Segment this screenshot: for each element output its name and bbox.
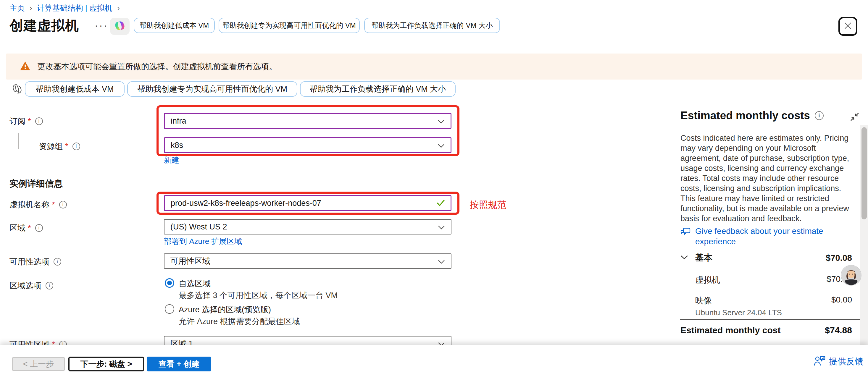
vm-name-field (164, 195, 452, 211)
zone-option-2-desc: 允许 Azure 根据需要分配最佳区域 (179, 316, 300, 327)
suggestion-low-cost-vm[interactable]: 帮助我创建低成本 VM (134, 18, 215, 33)
subscription-dropdown[interactable]: infra (164, 113, 452, 129)
chevron-right-icon: › (117, 4, 120, 13)
scrollbar-thumb[interactable] (862, 127, 867, 219)
suggestion-high-availability-vm-2[interactable]: 帮助我创建专为实现高可用性而优化的 VM (127, 81, 297, 97)
collapse-panel-button[interactable] (850, 112, 860, 123)
azure-create-vm-page: 主页 › 计算基础结构 | 虚拟机 › 创建虚拟机 ··· (0, 0, 868, 385)
info-icon[interactable]: i (35, 118, 43, 125)
subscription-value: infra (171, 117, 186, 126)
copilot-outline-icon[interactable] (11, 82, 23, 98)
valid-check-icon (436, 199, 445, 207)
avatar[interactable] (841, 265, 861, 285)
radio-azure-selected-zones[interactable] (165, 304, 174, 314)
breadcrumb: 主页 › 计算基础结构 | 虚拟机 › (9, 3, 120, 13)
chevron-down-icon (680, 255, 688, 261)
info-icon[interactable]: i (815, 111, 824, 120)
info-icon[interactable]: i (72, 142, 80, 150)
edge-zone-link[interactable]: 部署到 Azure 扩展区域 (164, 236, 242, 247)
review-create-button[interactable]: 查看 + 创建 (147, 357, 211, 372)
required-asterisk: * (28, 117, 31, 126)
zone-option-2-label[interactable]: Azure 选择的区域(预览版) (179, 304, 271, 315)
divider (680, 319, 860, 320)
cost-total-row: Estimated monthly cost $74.88 (680, 325, 852, 335)
next-step-disks-button[interactable]: 下一步: 磁盘 > (68, 357, 144, 372)
suggestion-high-availability-vm[interactable]: 帮助我创建专为实现高可用性而优化的 VM (219, 18, 360, 33)
cost-group-basic[interactable]: 基本 $70.08 (680, 252, 852, 264)
warning-icon (20, 61, 31, 72)
chevron-down-icon (438, 257, 445, 266)
cost-row-image: 映像 $0.00 (695, 295, 852, 306)
warning-banner: 更改基本选项可能会重置所做的选择。创建虚拟机前查看所有选项。 (6, 54, 862, 79)
feedback-person-icon (813, 355, 826, 368)
footer-bar: < 上一步 下一步: 磁盘 > 查看 + 创建 (0, 345, 868, 385)
page-feedback-link[interactable]: 提供反馈 (813, 355, 863, 368)
instance-details-heading: 实例详细信息 (9, 178, 63, 190)
region-value: (US) West US 2 (170, 222, 227, 231)
vm-name-input[interactable] (170, 198, 436, 208)
collapse-icon (850, 118, 860, 123)
warning-message: 更改基本选项可能会重置所做的选择。创建虚拟机前查看所有选项。 (37, 61, 277, 72)
required-asterisk: * (65, 142, 68, 151)
previous-step-button[interactable]: < 上一步 (12, 357, 65, 371)
cost-row-image-sub: Ubuntu Server 24.04 LTS (695, 308, 782, 317)
required-asterisk: * (52, 200, 55, 210)
cost-panel-title: Estimated monthly costs i (680, 109, 824, 122)
resource-group-dropdown[interactable]: k8s (164, 137, 452, 153)
region-label: 区域 * i (9, 223, 43, 233)
zone-option-1-label[interactable]: 自选区域 (179, 278, 211, 289)
zone-option-1-desc: 最多选择 3 个可用性区域，每个区域一台 VM (179, 290, 338, 301)
suggestion-right-vm-size-2[interactable]: 帮助我为工作负载选择正确的 VM 大小 (300, 81, 456, 97)
availability-options-value: 可用性区域 (170, 256, 210, 266)
info-icon[interactable]: i (54, 258, 61, 265)
copilot-button[interactable] (110, 18, 130, 35)
chevron-down-icon (438, 117, 445, 126)
cost-group-value: $70.08 (826, 253, 852, 263)
cost-disclaimer: Costs indicated here are estimates only.… (680, 133, 856, 224)
close-icon (843, 21, 852, 32)
breadcrumb-virtual-machines[interactable]: 计算基础结构 | 虚拟机 (37, 3, 113, 13)
region-dropdown[interactable]: (US) West US 2 (164, 219, 452, 234)
create-new-link[interactable]: 新建 (164, 155, 179, 165)
estimate-feedback-link[interactable]: Give feedback about your estimate experi… (680, 226, 846, 247)
info-icon[interactable]: i (59, 201, 67, 208)
suggestion-right-vm-size[interactable]: 帮助我为工作负载选择正确的 VM 大小 (364, 18, 500, 33)
close-button[interactable] (838, 17, 857, 36)
page-title: 创建虚拟机 (9, 17, 79, 35)
suggestion-low-cost-vm-2[interactable]: 帮助我创建低成本 VM (25, 81, 125, 97)
connector-line (18, 133, 19, 149)
info-icon[interactable]: i (35, 224, 43, 232)
info-icon[interactable]: i (45, 282, 53, 289)
vm-name-label: 虚拟机名称 * i (9, 199, 67, 210)
required-asterisk: * (28, 224, 31, 233)
zone-options-label: 区域选项 i (9, 280, 53, 291)
connector-line (18, 149, 38, 149)
cost-row-vm: 虚拟机 $70.08 (695, 275, 852, 286)
chevron-right-icon: › (30, 4, 32, 13)
copilot-icon (114, 20, 126, 33)
availability-options-dropdown[interactable]: 可用性区域 (164, 253, 452, 269)
breadcrumb-home[interactable]: 主页 (9, 3, 25, 13)
feedback-bubbles-icon (680, 226, 691, 247)
vm-name-annotation: 按照规范 (470, 199, 506, 211)
resource-group-value: k8s (171, 141, 183, 150)
radio-self-selected-zones[interactable] (165, 278, 174, 288)
chevron-down-icon (438, 141, 445, 150)
subscription-label: 订阅 * i (9, 116, 43, 127)
availability-options-label: 可用性选项 i (9, 256, 61, 267)
more-options-button[interactable]: ··· (95, 20, 108, 31)
chevron-down-icon (438, 222, 445, 231)
resource-group-label: 资源组 * i (39, 141, 80, 152)
